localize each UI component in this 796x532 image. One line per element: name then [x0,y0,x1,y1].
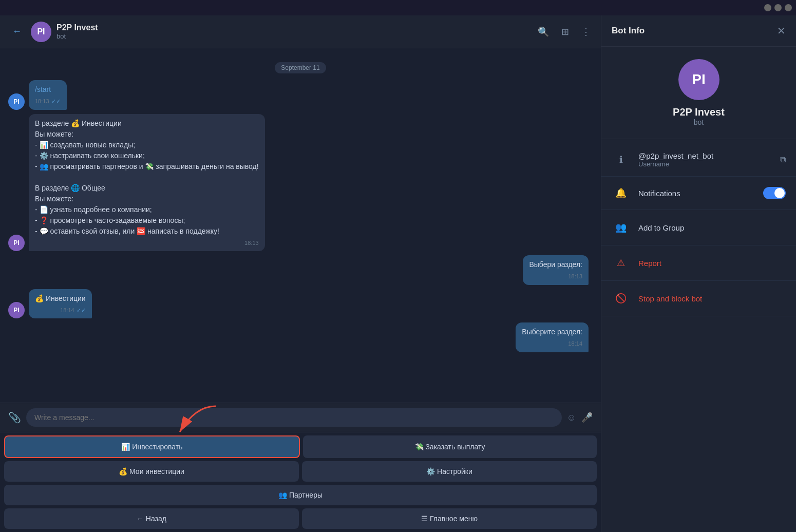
bot-message-row: PI В разделе 💰 Инвестиции Вы можете: - 📊… [8,114,593,252]
invest-time: 18:14 [60,306,74,315]
input-area: 📎 ☺ 🎤 [0,403,601,432]
emoji-icon[interactable]: ☺ [567,412,576,423]
start-cmd-text: /start [35,85,51,93]
bot-text-2: Вы можете: [35,129,259,140]
titlebar [0,0,796,15]
bot-line1: - 📊 создавать новые вклады; [35,140,259,150]
info-content: @p2p_invest_net_bot Username [638,151,713,168]
user-avatar: PI [8,93,25,110]
check-icon: ✓✓ [51,97,61,106]
bot-bubble: В разделе 💰 Инвестиции Вы можете: - 📊 со… [29,114,265,252]
keyboard-row-3: 👥 Партнеры [4,485,597,505]
search-icon[interactable]: 🔍 [536,24,551,40]
keyboard-row-4: ← Назад ☰ Главное меню [4,508,597,529]
chat-title: P2P Invest [56,23,98,32]
bot-line6: - 💬 оставить свой отзыв, или 🆘 написать … [35,226,259,237]
bot-text-3: В разделе 🌐 Общее [35,183,259,194]
my-investments-button[interactable]: 💰 Мои инвестиции [4,461,299,482]
report-label: Report [638,259,661,268]
close-window-button[interactable] [785,4,792,11]
chat-header: ← PI P2P Invest bot 🔍 ⊞ ⋮ [0,15,601,48]
minimize-button[interactable] [764,4,771,11]
partners-button[interactable]: 👥 Партнеры [4,485,597,505]
bot-type: bot [694,118,704,126]
username-item[interactable]: ℹ @p2p_invest_net_bot Username ⧉ [601,143,796,177]
invest-cmd-text: 💰 Инвестиции [35,294,86,302]
bot-info-panel: Bot Info ✕ PI P2P Invest bot ℹ @p2p_inve… [601,15,796,532]
keyboard-row-2: 💰 Мои инвестиции ⚙️ Настройки [4,461,597,482]
choose-section2-text: Выберите раздел: [522,328,582,336]
bot-line5: - ❓ просмотреть часто-задаваемые вопосы; [35,215,259,226]
add-to-group-item[interactable]: 👥 Add to Group [601,210,796,245]
chat-avatar: PI [31,22,51,42]
choose-time: 18:13 [568,272,582,281]
choose-section-text: Выбери раздел: [529,260,582,269]
keyboard-row-1: 📊 Инвестировать 💸 Заказать выплату [4,435,597,458]
notifications-item: 🔔 Notifications [601,177,796,210]
invest-button[interactable]: 📊 Инвестировать [4,435,300,458]
main-menu-button[interactable]: ☰ Главное меню [302,508,597,529]
bot-profile: PI P2P Invest bot [601,47,796,139]
messages-container[interactable]: September 11 PI /start 18:13 ✓✓ PI В раз… [0,48,601,403]
add-to-group-label: Add to Group [638,223,684,232]
close-panel-button[interactable]: ✕ [777,25,786,37]
choose-section-bubble: Выбери раздел: 18:13 [523,255,589,285]
username-label: Username [638,160,713,168]
bot-line2: - ⚙️ настраивать свои кошельки; [35,150,259,161]
payout-button[interactable]: 💸 Заказать выплату [303,435,597,458]
back-button[interactable]: ← [8,24,26,39]
bot-name: P2P Invest [673,106,725,118]
maximize-button[interactable] [774,4,782,11]
choose-section2-bubble: Выберите раздел: 18:14 [516,322,589,352]
info-list: ℹ @p2p_invest_net_bot Username ⧉ 🔔 Notif… [601,139,796,320]
stop-block-label: Stop and block bot [638,294,702,303]
bot-time: 18:13 [244,239,259,248]
bot-line4: - 📄 узнать подробнее о компании; [35,204,259,215]
more-menu-icon[interactable]: ⋮ [579,24,593,40]
bot-text-4: Вы можете: [35,194,259,204]
chat-area: ← PI P2P Invest bot 🔍 ⊞ ⋮ September 11 P… [0,15,601,532]
input-actions: ☺ 🎤 [567,412,593,423]
notification-icon: 🔔 [612,184,630,202]
bot-big-avatar: PI [678,59,719,100]
bot-avatar: PI [8,235,25,251]
start-command-bubble: /start 18:13 ✓✓ [29,80,67,110]
add-group-icon: 👥 [612,218,630,237]
notifications-label: Notifications [638,189,680,198]
block-icon: 🚫 [612,289,630,308]
attach-icon[interactable]: 📎 [8,411,21,424]
invest-cmd-row: PI 💰 Инвестиции 18:14 ✓✓ [8,289,593,319]
keyboard-area: 📊 Инвестировать 💸 Заказать выплату 💰 Мои… [0,432,601,532]
start-time: 18:13 [35,97,49,106]
notifications-toggle[interactable] [763,187,786,199]
report-icon: ⚠ [612,254,630,272]
message-row: PI /start 18:13 ✓✓ [8,80,593,110]
chat-header-left: ← PI P2P Invest bot [8,22,98,42]
chat-header-actions: 🔍 ⊞ ⋮ [536,24,593,40]
choose-section-row: Выбери раздел: 18:13 [8,255,593,285]
username-value: @p2p_invest_net_bot [638,151,713,160]
back-button[interactable]: ← Назад [4,508,299,529]
info-icon: ℹ [612,150,630,169]
settings-button[interactable]: ⚙️ Настройки [302,461,597,482]
chat-subtitle: bot [56,32,98,40]
bot-avatar-2: PI [8,302,25,318]
columns-icon[interactable]: ⊞ [559,24,571,40]
message-input[interactable] [26,408,562,427]
keyboard-wrapper: 📊 Инвестировать 💸 Заказать выплату 💰 Мои… [0,432,601,532]
bot-text-1: В разделе 💰 Инвестиции [35,118,259,129]
date-divider: September 11 [8,63,593,72]
stop-block-item[interactable]: 🚫 Stop and block bot [601,281,796,316]
choose-section2-row: Выберите раздел: 18:14 [8,322,593,352]
choose-time2: 18:14 [568,339,582,348]
check-icon-2: ✓✓ [77,306,86,315]
mic-icon[interactable]: 🎤 [581,412,593,423]
app-container: ← PI P2P Invest bot 🔍 ⊞ ⋮ September 11 P… [0,15,796,532]
report-item[interactable]: ⚠ Report [601,245,796,281]
bot-line3: - 👥 просматривать партнеров и 💸 запрашив… [35,161,259,172]
bot-info-header: Bot Info ✕ [601,15,796,47]
invest-cmd-bubble: 💰 Инвестиции 18:14 ✓✓ [29,289,92,319]
bot-info-title: Bot Info [612,26,645,36]
copy-icon[interactable]: ⧉ [780,155,786,164]
chat-title-group: P2P Invest bot [56,23,98,40]
